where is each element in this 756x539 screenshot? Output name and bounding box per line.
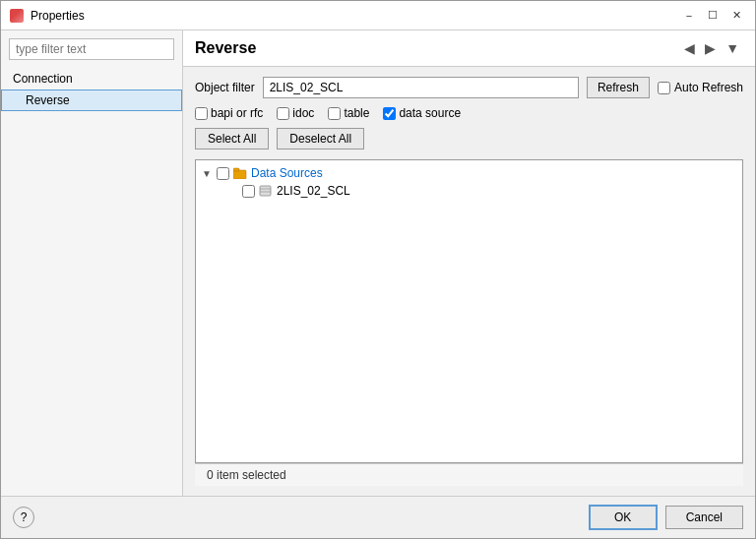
nav-dropdown-button[interactable]: ▼ [722,38,743,58]
object-filter-row: Object filter Refresh Auto Refresh [195,77,743,98]
app-icon [9,8,25,24]
datasource-icon [258,184,274,198]
tree-node-data-sources[interactable]: ▼ Data Sources [196,164,742,182]
sidebar-item-connection[interactable]: Connection [1,68,182,90]
content-body: Object filter Refresh Auto Refresh bapi … [183,67,755,496]
object-filter-label: Object filter [195,81,255,94]
data-source-checkbox-item: data source [383,106,461,120]
nav-buttons: ◀ ▶ ▼ [680,38,743,58]
tree-label-data-sources: Data Sources [251,166,323,180]
window-controls: − ☐ ✕ [678,7,747,25]
filter-input[interactable] [9,38,174,60]
data-source-checkbox[interactable] [383,107,396,120]
svg-rect-2 [260,186,271,196]
table-checkbox[interactable] [328,107,341,120]
properties-window: Properties − ☐ ✕ Connection Reverse Reve… [0,0,756,539]
maximize-button[interactable]: ☐ [702,7,724,25]
data-source-label: data source [399,106,461,120]
table-label: table [344,106,369,120]
content-area: Reverse ◀ ▶ ▼ Object filter Refresh Auto… [183,30,755,496]
object-filter-input[interactable] [263,77,579,98]
select-all-button[interactable]: Select All [195,128,269,150]
ok-button[interactable]: OK [589,505,658,530]
svg-rect-1 [233,168,239,171]
main-layout: Connection Reverse Reverse ◀ ▶ ▼ Ob [1,30,755,496]
idoc-label: idoc [292,106,314,120]
svg-rect-0 [233,170,246,179]
refresh-button[interactable]: Refresh [587,77,650,98]
tree-node-2lis-02-scl[interactable]: 2LIS_02_SCL [196,182,742,200]
bapi-or-rfc-checkbox[interactable] [195,107,208,120]
folder-icon [232,166,248,180]
deselect-all-button[interactable]: Deselect All [277,128,364,150]
tree-label-2lis-02-scl: 2LIS_02_SCL [277,184,350,198]
auto-refresh-checkbox[interactable] [658,82,670,94]
minimize-button[interactable]: − [678,7,700,25]
bottom-bar: ? OK Cancel [1,496,755,538]
nav-forward-button[interactable]: ▶ [701,38,720,58]
action-row: Select All Deselect All [195,128,743,150]
window-title: Properties [31,9,678,23]
cancel-button[interactable]: Cancel [665,506,743,529]
help-button[interactable]: ? [13,507,34,528]
tree-container[interactable]: ▼ Data Sources [195,159,743,463]
auto-refresh-label: Auto Refresh [674,81,743,94]
tree-checkbox-2lis-02-scl[interactable] [242,185,255,198]
checkbox-row: bapi or rfc idoc table data source [195,106,743,120]
auto-refresh-row: Auto Refresh [658,81,743,94]
tree-checkbox-data-sources[interactable] [217,167,229,180]
bapi-or-rfc-label: bapi or rfc [211,106,263,120]
nav-back-button[interactable]: ◀ [680,38,699,58]
close-button[interactable]: ✕ [725,7,747,25]
content-header: Reverse ◀ ▶ ▼ [183,30,755,67]
table-checkbox-item: table [328,106,369,120]
idoc-checkbox-item: idoc [277,106,314,120]
status-bar: 0 item selected [195,463,743,486]
bapi-or-rfc-checkbox-item: bapi or rfc [195,106,263,120]
status-text: 0 item selected [207,468,286,482]
title-bar: Properties − ☐ ✕ [1,1,755,30]
sidebar-item-reverse[interactable]: Reverse [1,90,182,111]
idoc-checkbox[interactable] [277,107,289,120]
tree-toggle-data-sources[interactable]: ▼ [200,168,214,179]
page-title: Reverse [195,39,680,57]
sidebar: Connection Reverse [1,30,183,496]
